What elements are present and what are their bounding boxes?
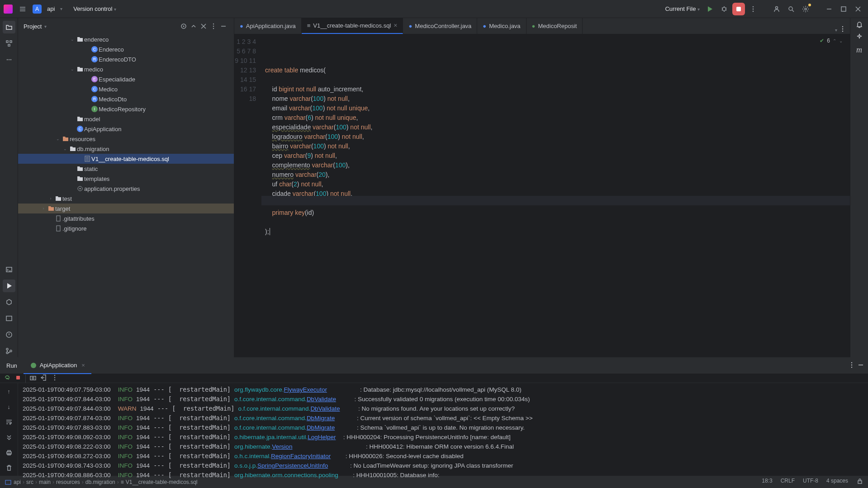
maximize-window-button[interactable] [837, 3, 850, 15]
more-run-button[interactable] [51, 374, 58, 383]
tree-item[interactable]: CEndereco [18, 44, 234, 54]
editor-tab[interactable]: ●Medico.java [477, 18, 526, 34]
notifications-button[interactable] [856, 21, 863, 29]
select-opened-file-button[interactable] [179, 21, 189, 31]
vcs-tool-button[interactable] [3, 345, 15, 357]
tree-item[interactable]: application.properties [18, 184, 234, 194]
bug-icon [721, 5, 728, 13]
tree-item[interactable]: CMedico [18, 84, 234, 94]
tool-options-button[interactable] [848, 361, 855, 370]
tree-item[interactable]: .gitignore [18, 223, 234, 233]
code-with-me-button[interactable] [770, 3, 783, 15]
main-menu-button[interactable] [16, 3, 29, 15]
tree-item[interactable]: REnderecoDTO [18, 54, 234, 64]
tree-item[interactable]: ⌄medico [18, 64, 234, 74]
tree-item[interactable]: ›target [18, 204, 234, 213]
svg-point-22 [213, 24, 214, 24]
run-config-tab[interactable]: ApiApplication× [24, 358, 91, 374]
debug-button[interactable] [718, 3, 730, 15]
problems-tool-button[interactable] [3, 328, 15, 341]
stop-run-button[interactable] [14, 374, 22, 383]
scroll-to-end-button[interactable] [4, 432, 14, 443]
hide-tool-button[interactable] [857, 361, 864, 370]
svg-point-11 [6, 59, 7, 60]
play-outline-icon [5, 282, 13, 289]
editor-tab[interactable]: ●ApiApplication.java [234, 18, 302, 34]
tabs-dropdown-button[interactable]: ▾ [835, 26, 837, 33]
indent-settings[interactable]: 4 spaces [826, 478, 848, 486]
rerun-button[interactable] [4, 374, 11, 383]
current-line-highlight [261, 196, 850, 205]
down-stack-button[interactable]: ↓ [4, 401, 14, 412]
close-window-button[interactable] [852, 3, 864, 15]
trash-icon [5, 464, 13, 472]
hide-panel-button[interactable] [218, 21, 228, 31]
readonly-toggle[interactable] [856, 478, 863, 486]
caret-position[interactable]: 18:3 [762, 478, 772, 486]
services-tool-button[interactable] [3, 296, 15, 308]
inspections-widget[interactable]: ✔6 ⌃ ⌄ [820, 36, 843, 46]
minimize-window-button[interactable] [823, 3, 835, 15]
tree-item[interactable]: model [18, 114, 234, 124]
run-button[interactable] [703, 3, 716, 15]
tree-item[interactable]: templates [18, 174, 234, 184]
terminal-tool-button[interactable] [3, 263, 15, 276]
chevron-down-icon: ▾ [60, 6, 62, 11]
run-tab[interactable]: Run [0, 358, 24, 374]
build-tool-button[interactable] [3, 312, 15, 325]
tree-item[interactable]: .gitattributes [18, 213, 234, 223]
soft-wrap-button[interactable] [4, 417, 14, 427]
dump-threads-button[interactable] [29, 374, 37, 383]
maven-tool-button[interactable]: m [856, 45, 862, 55]
editor-tab[interactable]: ●MedicoReposit [526, 18, 583, 34]
tree-item[interactable]: V1__create-table-medicos.sql [18, 154, 234, 164]
panel-options-button[interactable] [209, 21, 218, 31]
settings-button[interactable] [799, 3, 812, 15]
search-everywhere-button[interactable] [785, 3, 797, 15]
version-control-menu[interactable]: Version control ▾ [73, 5, 116, 12]
run-config-selector[interactable]: Current File ▾ [663, 5, 702, 12]
svg-rect-15 [6, 316, 12, 321]
editor-tab[interactable]: ≡V1__create-table-medicos.sql× [302, 18, 403, 34]
editor-tab[interactable]: ●MedicoController.java [403, 18, 477, 34]
tabs-options-button[interactable] [839, 25, 846, 34]
close-tab-icon[interactable]: × [394, 22, 397, 29]
print-button[interactable] [4, 447, 14, 458]
run-tool-button[interactable] [3, 280, 15, 292]
project-name[interactable]: api [45, 5, 57, 12]
tree-item[interactable]: EEspecialidade [18, 74, 234, 84]
tree-item[interactable]: ⌄endereco [18, 34, 234, 44]
line-separator[interactable]: CRLF [781, 478, 795, 486]
minimize-icon [857, 361, 864, 369]
tree-item[interactable]: ⌄resources [18, 134, 234, 144]
structure-tool-button[interactable] [3, 37, 15, 50]
editor-area: ●ApiApplication.java≡V1__create-table-me… [234, 18, 850, 357]
tree-item[interactable]: CApiApplication [18, 124, 234, 134]
project-tool-button[interactable] [3, 21, 15, 33]
ai-assistant-button[interactable] [856, 33, 863, 42]
more-tools-button[interactable] [3, 53, 15, 66]
collapse-all-button[interactable] [199, 21, 209, 31]
tree-item[interactable]: ⌄db.migration [18, 144, 234, 154]
stop-icon [736, 7, 741, 11]
exit-button[interactable] [40, 374, 47, 383]
tree-item[interactable]: RMedicoDto [18, 94, 234, 104]
project-tree[interactable]: ⌄enderecoCEnderecoREnderecoDTO⌄medicoEEs… [18, 34, 234, 357]
clear-all-button[interactable] [4, 463, 14, 474]
tree-item[interactable]: IMedicoRepository [18, 104, 234, 114]
minimize-icon [220, 23, 227, 30]
console-output[interactable]: 2025-01-19T00:49:07.759-03:00 INFO 1944 … [18, 383, 868, 480]
code-editor[interactable]: 1 2 3 4 5 6 7 8 9 10 11 12 13 14 15 16 1… [234, 34, 850, 357]
editor-content[interactable]: ✔6 ⌃ ⌄ create table medicos( id bigint n… [261, 34, 850, 357]
up-stack-button[interactable]: ↑ [4, 386, 14, 397]
expand-all-button[interactable] [189, 21, 199, 31]
tree-item[interactable]: static [18, 164, 234, 174]
tree-item[interactable]: ›test [18, 194, 234, 204]
project-badge[interactable]: A [33, 5, 42, 14]
file-encoding[interactable]: UTF-8 [803, 478, 818, 486]
close-tab-icon[interactable]: × [81, 362, 85, 369]
more-actions-button[interactable] [747, 3, 759, 15]
stop-button[interactable] [732, 3, 745, 15]
navigation-breadcrumbs[interactable]: api › src › main › resources › db.migrat… [5, 479, 198, 486]
svg-point-2 [753, 8, 754, 9]
